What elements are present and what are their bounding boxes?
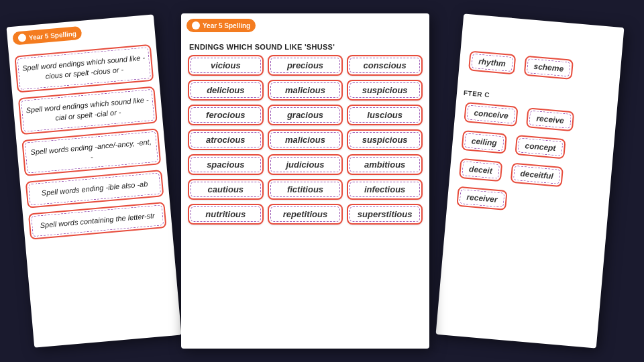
word-card-7: gracious (268, 105, 343, 125)
word-card-16: fictitious (268, 179, 343, 200)
center-badge-icon (192, 21, 200, 29)
right-word-ceiling: ceiling (462, 130, 507, 154)
badge-icon (17, 34, 26, 42)
word-card-0: vicious (188, 55, 264, 76)
word-card-17: infectious (347, 179, 423, 200)
right-word-receiver: receiver (456, 186, 507, 210)
word-card-14: ambitious (347, 154, 423, 175)
word-card-2: conscious (347, 55, 423, 76)
right-word-scheme: scheme (523, 56, 574, 80)
word-card-11: suspicious (347, 129, 423, 150)
center-title: ENDINGS WHICH SOUND LIKE 'SHUSS' (181, 38, 429, 55)
right-word-conceive: conceive (464, 102, 519, 127)
left-badge: Year 5 Spelling (12, 26, 83, 46)
right-paper: rhythm scheme FTER C conceive receive ce… (436, 13, 625, 348)
right-content: rhythm scheme FTER C conceive receive ce… (446, 40, 622, 231)
word-grid: viciouspreciousconsciousdeliciousmalicio… (181, 55, 429, 231)
left-content: Spell word endings which sound like -cio… (9, 38, 173, 251)
word-card-10: malicious (268, 129, 343, 150)
word-card-19: repetitious (268, 204, 343, 225)
word-card-12: spacious (188, 154, 264, 175)
word-card-18: nutritious (188, 204, 264, 225)
spelling-item-4: Spell words ending -ible also -ab (25, 170, 164, 208)
word-card-6: ferocious (188, 105, 264, 125)
right-word-rhythm: rhythm (468, 50, 516, 74)
center-badge: Year 5 Spelling (186, 19, 256, 32)
word-card-15: cautious (188, 179, 264, 200)
word-card-3: delicious (188, 80, 264, 101)
center-paper: Year 5 Spelling ENDINGS WHICH SOUND LIKE… (181, 13, 429, 349)
right-word-receive: receive (526, 107, 574, 131)
word-card-9: atrocious (188, 129, 264, 150)
word-card-13: judicious (268, 154, 343, 175)
spelling-item-5: Spell words containing the letter-str (28, 202, 167, 240)
spelling-item-1: Spell word endings which sound like -cio… (14, 44, 154, 93)
word-card-4: malicious (268, 80, 343, 101)
spelling-item-2: Spell word endings which sound like -cia… (18, 86, 158, 134)
right-word-concept: concept (515, 135, 566, 159)
right-word-deceitful: deceitful (510, 163, 564, 188)
word-card-1: precious (268, 55, 343, 76)
right-word-deceit: deceit (459, 158, 502, 182)
word-card-20: superstitious (347, 204, 423, 225)
word-card-5: suspicious (347, 80, 423, 101)
word-card-8: luscious (347, 105, 423, 125)
spelling-item-3: Spell words ending -ance/-ancy, -ent, - (21, 128, 161, 176)
left-paper: Year 5 Spelling Spell word endings which… (7, 14, 182, 347)
